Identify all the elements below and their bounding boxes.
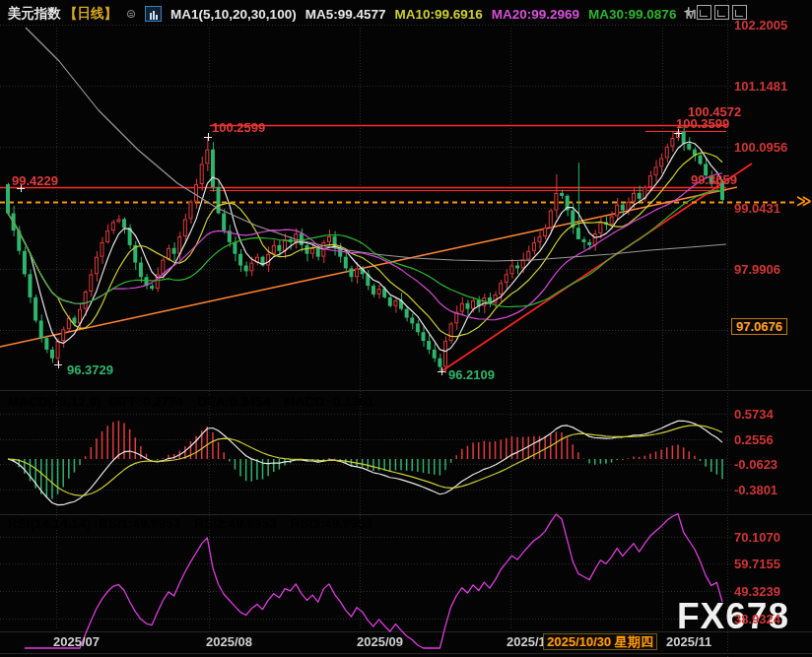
rsi-name[interactable]: RSI(14,14,14) — [8, 516, 91, 531]
chart-canvas[interactable] — [0, 0, 812, 657]
macd-axis-tick: 0.5734 — [734, 407, 774, 422]
time-axis-tick[interactable]: 2025/08 — [206, 634, 252, 649]
pan-icon[interactable]: ✛ — [684, 6, 694, 19]
ma20-value: MA20:99.2969 — [492, 7, 579, 22]
macd-value: MACD:-0.1361 — [285, 394, 374, 409]
rsi-axis-tick: 70.1070 — [734, 530, 780, 545]
rsi1-value: RSI1:49.9953 — [99, 516, 180, 531]
price-annotation: 99.4229 — [12, 173, 58, 188]
last-price-arrow-icon: ≫ — [796, 195, 812, 207]
crosshair-date-box: 2025/10/30 星期四 — [543, 633, 657, 650]
price-annotation: 100.2599 — [212, 120, 265, 135]
trading-chart-app: 美元指数 【日线】 ⊜ MA1(5,10,20,30,100) MA5:99.4… — [0, 0, 812, 657]
macd-dea-value: DEA:0.3454 — [197, 394, 270, 409]
price-annotation: 99.3659 — [691, 172, 737, 187]
indicator-chart-icon[interactable] — [145, 6, 162, 22]
ma5-value: MA5:99.4577 — [305, 7, 386, 22]
price-axis-tick: 97.9906 — [734, 262, 780, 277]
main-header: 美元指数 【日线】 ⊜ MA1(5,10,20,30,100) MA5:99.4… — [8, 5, 697, 23]
rsi3-value: RSI3:49.9953 — [291, 516, 372, 531]
panel-layout-icon-2[interactable] — [714, 5, 729, 20]
price-annotation: 96.3729 — [67, 362, 113, 377]
panel-layout-icon-1[interactable] — [697, 5, 711, 20]
rsi-axis-tick: 38.9324 — [734, 612, 780, 626]
symbol-title: 美元指数 — [8, 5, 61, 23]
price-axis-tick: 100.0956 — [734, 140, 787, 155]
rsi2-value: RSI2:49.9953 — [194, 516, 276, 531]
price-axis-tick: 101.1481 — [734, 79, 787, 94]
rsi-axis-tick: 49.3239 — [734, 584, 780, 599]
macd-header: MACD(26,12,9) DIFF:0.2774 DEA:0.3454 MAC… — [8, 394, 373, 409]
period-label[interactable]: 【日线】 — [64, 5, 117, 23]
macd-axis-tick: -0.0623 — [734, 457, 778, 472]
rsi-header: RSI(14,14,14) RSI1:49.9953 RSI2:49.9953 … — [8, 516, 372, 531]
price-axis-tick: 102.2005 — [734, 18, 787, 33]
price-axis-tick: 99.0431 — [734, 201, 780, 216]
ma10-value: MA10:99.6916 — [394, 7, 482, 22]
macd-axis-tick: -0.3801 — [734, 483, 778, 497]
time-axis-tick[interactable]: 2025/07 — [53, 634, 100, 649]
macd-name[interactable]: MACD(26,12,9) — [8, 394, 102, 409]
price-annotation: 100.3599 — [676, 116, 729, 131]
macd-axis-tick: 0.2556 — [734, 432, 774, 447]
ma-settings-label[interactable]: MA1(5,10,20,30,100) — [170, 7, 297, 22]
settings-icon[interactable]: ⊜ — [126, 7, 136, 21]
time-axis-tick[interactable]: 2025/09 — [357, 634, 403, 649]
time-axis-tick[interactable]: 2025/11 — [666, 634, 711, 649]
time-axis-tick[interactable]: 2025/1 — [507, 634, 546, 649]
macd-diff-value: DIFF:0.2774 — [109, 394, 184, 409]
ma30-value: MA30:99.0876 — [588, 7, 676, 22]
rsi-axis-tick: 59.7155 — [734, 557, 780, 571]
price-annotation: 96.2109 — [448, 367, 495, 382]
crosshair-price-box: 97.0676 — [731, 318, 787, 335]
